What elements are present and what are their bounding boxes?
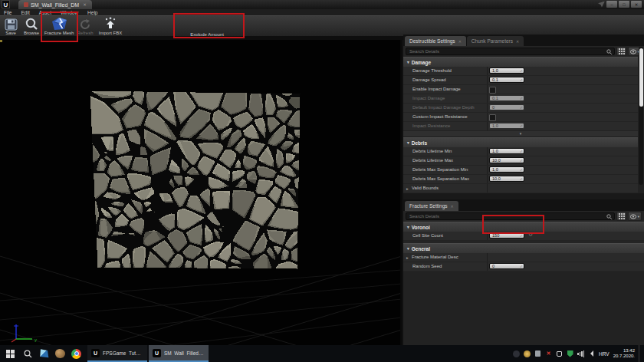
menu-asset[interactable]: Asset <box>39 10 51 15</box>
search-icon <box>606 49 613 56</box>
column-view-icon[interactable] <box>616 47 626 56</box>
details-tabs: Destructible Settings ✕ Chunk Parameters… <box>403 35 644 46</box>
menu-help[interactable]: Help <box>87 10 97 15</box>
enable-impact-damage-checkbox[interactable] <box>489 87 496 94</box>
spinner-icon[interactable]: ↕ <box>519 149 524 153</box>
taskbar-window-sm-wall[interactable]: U SM_Wall_Filled_DM <box>149 345 209 362</box>
damage-threshold-field[interactable]: 1,0↕ <box>489 67 524 74</box>
column-view-icon[interactable] <box>616 212 626 221</box>
antivirus-shield-icon[interactable] <box>567 350 573 357</box>
tray-app-icon-gold[interactable] <box>524 350 531 357</box>
scrollbar-thumb[interactable] <box>639 48 643 107</box>
tray-outline-icon[interactable] <box>557 351 562 357</box>
spinner-icon: ↕ <box>519 123 524 128</box>
discord-icon[interactable] <box>513 350 520 357</box>
asset-tab[interactable]: SM_Wall_Filled_DM ✕ <box>18 0 92 9</box>
spinner-icon[interactable]: ↕ <box>519 77 524 82</box>
tray-error-icon[interactable]: ✕ <box>545 350 552 357</box>
search-icon <box>24 350 32 358</box>
minimize-button[interactable]: – <box>606 1 617 8</box>
category-debris[interactable]: ▾ Debris <box>403 137 638 147</box>
browse-button[interactable]: Browse <box>20 17 43 35</box>
debris-max-separation-max-field[interactable]: 10,0↕ <box>489 176 524 182</box>
asset-tab-title: SM_Wall_Filled_DM <box>31 2 79 8</box>
3d-viewport[interactable]: y <box>0 40 402 345</box>
tab-fracture-settings[interactable]: Fracture Settings ✕ <box>405 201 458 211</box>
cell-site-count-field[interactable]: 150↕ <box>489 232 524 239</box>
chrome-icon[interactable] <box>68 345 84 362</box>
custom-impact-resistance-checkbox[interactable] <box>489 114 496 121</box>
chevron-right-icon[interactable]: ▸ <box>406 255 409 260</box>
spinner-icon[interactable]: ↕ <box>519 264 524 268</box>
start-button[interactable] <box>0 345 20 362</box>
spinner-icon: ↕ <box>519 96 524 100</box>
menu-file[interactable]: File <box>4 10 12 15</box>
row-debris-max-separation-max: Debris Max Separation Max 10,0↕ <box>403 175 638 184</box>
category-general[interactable]: ▾ General <box>403 243 644 253</box>
browse-icon <box>20 17 43 31</box>
search-details-input[interactable] <box>406 48 615 55</box>
row-damage-spread: Damage Spread 0,1↕ <box>403 76 638 85</box>
chevron-right-icon[interactable]: ▸ <box>406 186 409 191</box>
view-options-eye-icon[interactable]: ▾ <box>628 212 642 221</box>
debris-lifetime-min-field[interactable]: 1,0↕ <box>489 148 524 154</box>
network-icon[interactable] <box>577 350 584 357</box>
save-button[interactable]: Save <box>1 17 21 35</box>
search-row: ▾ <box>403 46 644 57</box>
taskbar-window-fpsgame[interactable]: U FPSGame_Tutorials... <box>87 345 147 362</box>
debris-max-separation-min-field[interactable]: 1,0↕ <box>489 166 524 173</box>
row-enable-impact-damage: Enable Impact Damage <box>403 85 638 94</box>
debris-lifetime-max-field[interactable]: 10,0↕ <box>489 157 524 163</box>
windows-taskbar: U FPSGame_Tutorials... U SM_Wall_Filled_… <box>0 345 644 362</box>
spinner-icon[interactable]: ↕ <box>519 176 524 181</box>
spinner-icon[interactable]: ↕ <box>519 167 524 172</box>
tray-app-icon-gray[interactable] <box>535 350 540 357</box>
unreal-logo-icon: U <box>153 349 161 357</box>
tab-destructible-settings[interactable]: Destructible Settings ✕ <box>405 36 466 46</box>
row-fracture-material-desc[interactable]: ▸ Fracture Material Desc <box>403 253 644 262</box>
tab-chunk-parameters[interactable]: Chunk Parameters ✕ <box>467 36 524 46</box>
viewport-corner-marker <box>0 40 2 42</box>
panel-gap <box>403 193 644 199</box>
damage-spread-field[interactable]: 0,1↕ <box>489 77 524 83</box>
search-details-input[interactable] <box>406 212 615 220</box>
fracture-mesh-button[interactable]: Fracture Mesh <box>43 17 75 35</box>
tab-close-icon[interactable]: ✕ <box>83 2 87 7</box>
tab-close-icon[interactable]: ✕ <box>451 204 454 209</box>
language-indicator[interactable]: HRV <box>599 351 610 357</box>
save-icon <box>1 17 21 31</box>
tab-close-icon[interactable]: ✕ <box>516 39 519 44</box>
taskbar-clock[interactable]: 13:42 20.7.2020. <box>613 348 635 359</box>
spinner-icon[interactable]: ↕ <box>519 158 524 163</box>
random-seed-field[interactable]: 0↕ <box>489 263 524 269</box>
menu-edit[interactable]: Edit <box>21 10 29 15</box>
axis-gizmo: y <box>9 322 40 344</box>
gimp-icon[interactable] <box>52 345 68 362</box>
restore-button[interactable]: □ <box>619 1 629 8</box>
category-voronoi[interactable]: ▾ Voronoi <box>403 222 644 232</box>
row-debris-lifetime-max: Debris Lifetime Max 10,0↕ <box>403 156 638 166</box>
feedback-icon[interactable] <box>598 2 605 8</box>
spinner-icon[interactable]: ↕ <box>519 68 524 73</box>
expand-advanced-icon[interactable]: ▾ <box>403 131 638 137</box>
taskbar-search-button[interactable] <box>20 345 36 362</box>
fractured-mesh-canvas[interactable] <box>87 84 302 273</box>
toolbar: Save Browse Fracture Mesh Refresh Import… <box>0 15 644 37</box>
row-custom-impact-resistance: Custom Impact Resistance <box>403 113 638 122</box>
volume-icon[interactable] <box>588 350 595 357</box>
category-damage[interactable]: ▾ Damage <box>403 57 638 67</box>
spinner-icon[interactable]: ↕ <box>519 233 524 238</box>
app-icon-blue[interactable] <box>36 345 52 362</box>
row-default-impact-damage-depth: Default Impact Damage Depth 0↕ <box>403 104 638 113</box>
show-desktop-button[interactable] <box>639 345 642 362</box>
default-impact-damage-depth-field: 0↕ <box>489 104 524 110</box>
details-scrollbar[interactable] <box>639 47 643 185</box>
reset-to-default-icon[interactable]: ↺ <box>528 232 533 238</box>
menu-window[interactable]: Window <box>61 10 78 15</box>
row-valid-bounds[interactable]: ▸ Valid Bounds <box>403 184 638 193</box>
menubar: File Edit Asset Window Help <box>0 9 644 15</box>
close-button[interactable]: ✕ <box>631 1 642 8</box>
search-icon <box>606 214 613 221</box>
spinner-icon: ↕ <box>519 105 524 110</box>
tab-close-icon[interactable]: ✕ <box>458 39 462 44</box>
